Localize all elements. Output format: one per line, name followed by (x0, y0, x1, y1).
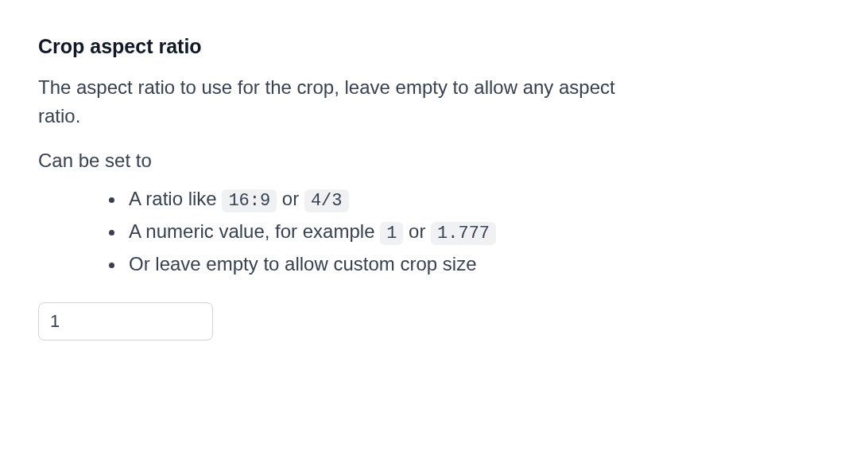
crop-aspect-ratio-section: Crop aspect ratio The aspect ratio to us… (38, 32, 658, 341)
option-item-empty: Or leave empty to allow custom crop size (126, 250, 658, 278)
section-heading: Crop aspect ratio (38, 32, 658, 62)
code-ratio-4-3: 4/3 (304, 189, 349, 212)
code-ratio-16-9: 16:9 (222, 189, 277, 212)
option-text: or (403, 220, 431, 242)
input-wrapper (38, 302, 658, 341)
option-item-ratio: A ratio like 16:9 or 4/3 (126, 185, 658, 214)
option-text: A ratio like (129, 188, 222, 209)
code-numeric-1777: 1.777 (431, 222, 496, 245)
options-list: A ratio like 16:9 or 4/3 A numeric value… (38, 185, 658, 278)
options-lead: Can be set to (38, 146, 658, 175)
aspect-ratio-input[interactable] (38, 302, 213, 341)
option-item-numeric: A numeric value, for example 1 or 1.777 (126, 217, 658, 247)
option-text: A numeric value, for example (129, 220, 380, 242)
section-description: The aspect ratio to use for the crop, le… (38, 73, 658, 130)
option-text: or (277, 188, 304, 209)
option-text: Or leave empty to allow custom crop size (129, 253, 477, 274)
code-numeric-1: 1 (380, 222, 403, 245)
